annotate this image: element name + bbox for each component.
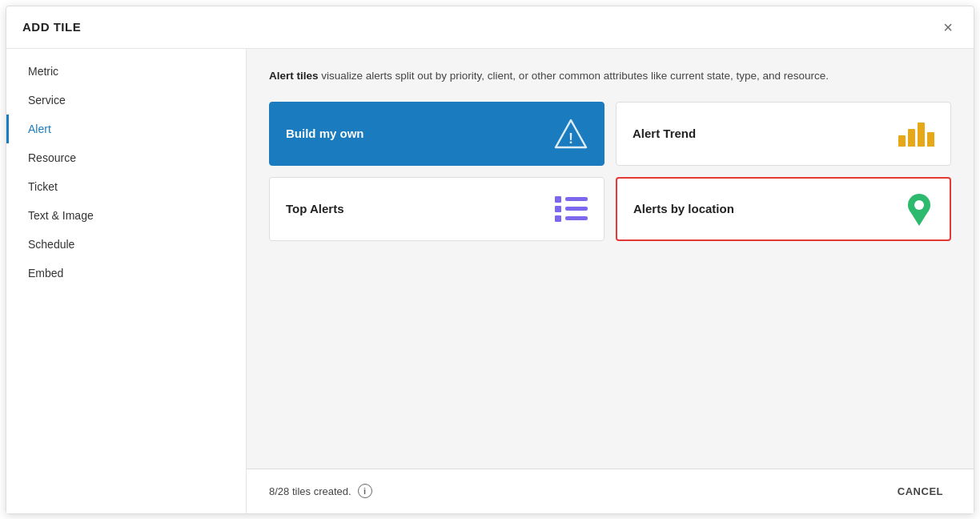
sidebar-item-text-image[interactable]: Text & Image	[6, 201, 246, 230]
svg-marker-4	[911, 213, 927, 226]
tiles-grid: Build my own ! Alert Trend	[269, 102, 951, 241]
sidebar-item-metric[interactable]: Metric	[6, 57, 246, 86]
warning-icon: !	[554, 119, 588, 149]
modal-body: Metric Service Alert Resource Ticket Tex…	[6, 49, 974, 513]
tile-alert-trend[interactable]: Alert Trend	[616, 102, 951, 166]
add-tile-modal: ADD TILE × Metric Service Alert Resource…	[6, 6, 974, 514]
bar-chart-icon	[898, 121, 934, 147]
tile-build-my-own-label: Build my own	[286, 127, 364, 140]
main-content: Alert tiles visualize alerts split out b…	[247, 49, 974, 513]
sidebar-item-alert[interactable]: Alert	[6, 115, 246, 143]
modal-header: ADD TILE ×	[6, 6, 974, 49]
main-inner: Alert tiles visualize alerts split out b…	[247, 49, 974, 469]
list-icon	[555, 196, 588, 222]
sidebar: Metric Service Alert Resource Ticket Tex…	[6, 49, 247, 513]
modal-title: ADD TILE	[22, 20, 81, 34]
tile-top-alerts-label: Top Alerts	[286, 202, 344, 215]
tile-alerts-by-location-label: Alerts by location	[633, 202, 734, 215]
tile-alerts-by-location[interactable]: Alerts by location	[616, 177, 951, 241]
tile-alert-trend-label: Alert Trend	[633, 127, 696, 140]
modal-footer: 8/28 tiles created. i CANCEL	[247, 469, 974, 513]
sidebar-item-resource[interactable]: Resource	[6, 143, 246, 172]
info-icon[interactable]: i	[358, 484, 372, 498]
tiles-created-text: 8/28 tiles created.	[269, 485, 351, 497]
tile-top-alerts[interactable]: Top Alerts	[269, 177, 604, 241]
sidebar-item-schedule[interactable]: Schedule	[6, 230, 246, 259]
svg-text:!: !	[568, 131, 573, 147]
description: Alert tiles visualize alerts split out b…	[269, 68, 951, 84]
location-pin-icon	[905, 192, 934, 226]
sidebar-item-ticket[interactable]: Ticket	[6, 172, 246, 201]
description-rest: visualize alerts split out by priority, …	[319, 70, 829, 82]
close-button[interactable]: ×	[938, 18, 958, 37]
description-bold: Alert tiles	[269, 70, 319, 82]
svg-point-3	[914, 200, 924, 210]
sidebar-item-service[interactable]: Service	[6, 86, 246, 115]
footer-info: 8/28 tiles created. i	[269, 484, 372, 498]
cancel-button[interactable]: CANCEL	[890, 481, 951, 502]
sidebar-item-embed[interactable]: Embed	[6, 259, 246, 288]
tile-build-my-own[interactable]: Build my own !	[269, 102, 604, 166]
